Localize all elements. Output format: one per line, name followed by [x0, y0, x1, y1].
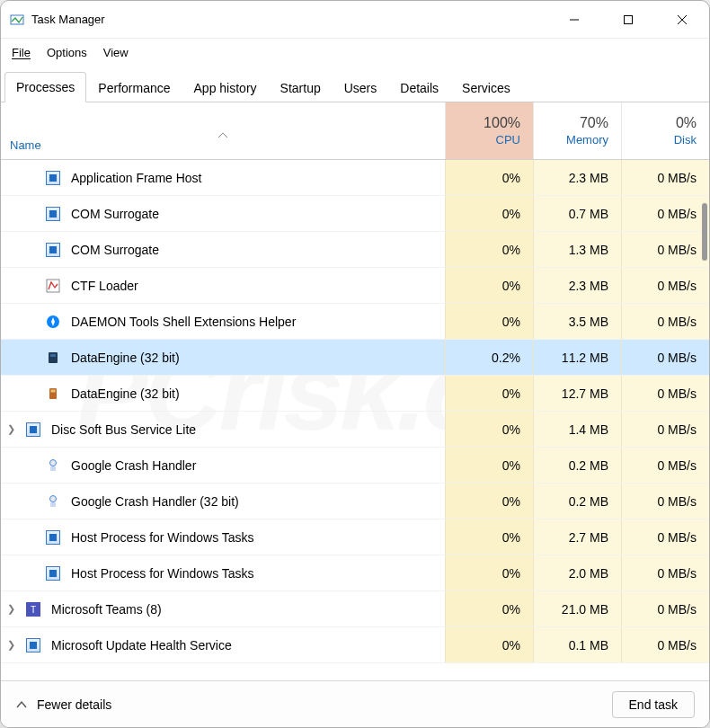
process-name: DataEngine (32 bit) — [71, 351, 180, 365]
header-disk-pct: 0% — [676, 115, 697, 131]
tab-users[interactable]: Users — [333, 73, 389, 102]
fewer-details-label: Fewer details — [37, 697, 111, 712]
process-name-cell: CTF Loader — [21, 277, 445, 295]
memory-cell: 21.0 MB — [533, 591, 621, 626]
process-name-cell: Disc Soft Bus Service Lite — [21, 421, 445, 439]
close-button[interactable] — [655, 1, 709, 39]
end-task-button[interactable]: End task — [612, 691, 695, 718]
process-name-cell: Application Frame Host — [21, 169, 445, 187]
menu-options[interactable]: Options — [47, 46, 87, 59]
tab-app-history[interactable]: App history — [182, 73, 269, 102]
app-icon — [10, 13, 24, 27]
disk-cell: 0 MB/s — [621, 448, 709, 483]
process-row[interactable]: Google Crash Handler (32 bit)0%0.2 MB0 M… — [1, 484, 709, 519]
disk-cell: 0 MB/s — [621, 196, 709, 231]
menu-file[interactable]: File — [12, 46, 31, 59]
chevron-up-icon — [15, 698, 28, 711]
process-row[interactable]: DataEngine (32 bit)0.2%11.2 MB0 MB/s — [1, 340, 709, 376]
process-name-cell: COM Surrogate — [21, 241, 445, 259]
process-name: Google Crash Handler (32 bit) — [71, 494, 239, 509]
scrollbar-thumb[interactable] — [702, 203, 707, 261]
process-icon — [46, 566, 60, 581]
tab-details[interactable]: Details — [388, 73, 450, 102]
process-name: DataEngine (32 bit) — [71, 386, 180, 401]
cpu-cell: 0% — [445, 196, 533, 231]
cpu-cell: 0% — [445, 376, 533, 411]
disk-cell: 0 MB/s — [621, 412, 709, 447]
process-row[interactable]: DAEMON Tools Shell Extensions Helper0%3.… — [1, 304, 709, 340]
memory-cell: 0.7 MB — [533, 196, 621, 231]
tab-startup[interactable]: Startup — [269, 73, 333, 102]
maximize-button[interactable] — [601, 1, 655, 39]
process-name: DAEMON Tools Shell Extensions Helper — [71, 315, 296, 329]
header-cpu[interactable]: 100% CPU — [445, 102, 533, 159]
tab-processes[interactable]: Processes — [4, 72, 86, 102]
disk-cell: 0 MB/s — [621, 160, 709, 195]
process-row[interactable]: Application Frame Host0%2.3 MB0 MB/s — [1, 160, 709, 196]
fewer-details-toggle[interactable]: Fewer details — [15, 697, 111, 712]
tab-services[interactable]: Services — [450, 73, 522, 102]
process-row[interactable]: Google Crash Handler0%0.2 MB0 MB/s — [1, 448, 709, 484]
dataengine-icon — [46, 386, 60, 401]
process-row[interactable]: DataEngine (32 bit)0%12.7 MB0 MB/s — [1, 376, 709, 412]
header-memory[interactable]: 70% Memory — [533, 102, 621, 159]
ctf-icon — [46, 279, 60, 293]
process-row[interactable]: Host Process for Windows Tasks0%2.7 MB0 … — [1, 519, 709, 555]
teams-icon: T — [26, 602, 40, 617]
disk-cell: 0 MB/s — [621, 555, 709, 590]
disk-cell: 0 MB/s — [621, 627, 709, 662]
cpu-cell: 0% — [445, 160, 533, 195]
header-name[interactable]: Name — [1, 102, 445, 159]
disk-cell: 0 MB/s — [621, 268, 709, 303]
header-mem-pct: 70% — [580, 115, 608, 131]
window-controls — [547, 1, 709, 39]
cpu-cell: 0% — [445, 519, 533, 555]
sort-indicator-icon — [10, 120, 436, 138]
process-name: Application Frame Host — [71, 171, 202, 185]
memory-cell: 11.2 MB — [533, 340, 621, 375]
tab-performance[interactable]: Performance — [86, 73, 182, 102]
google-icon — [46, 458, 60, 473]
process-row[interactable]: CTF Loader0%2.3 MB0 MB/s — [1, 268, 709, 304]
process-list[interactable]: Application Frame Host0%2.3 MB0 MB/sCOM … — [1, 160, 709, 680]
process-name-cell: TMicrosoft Teams (8) — [21, 600, 445, 618]
svg-rect-2 — [625, 15, 633, 23]
process-name: CTF Loader — [71, 279, 138, 293]
process-name-cell: Google Crash Handler (32 bit) — [21, 493, 445, 510]
process-name-cell: DataEngine (32 bit) — [21, 349, 445, 367]
process-name-cell: Google Crash Handler — [21, 457, 445, 475]
memory-cell: 3.5 MB — [533, 304, 621, 339]
process-icon — [46, 530, 60, 545]
memory-cell: 1.4 MB — [533, 412, 621, 447]
expand-caret-icon[interactable]: ❯ — [1, 639, 21, 651]
process-row[interactable]: ❯Disc Soft Bus Service Lite0%1.4 MB0 MB/… — [1, 412, 709, 448]
process-row[interactable]: ❯Microsoft Update Health Service0%0.1 MB… — [1, 627, 709, 663]
svg-rect-10 — [51, 389, 56, 392]
menu-view[interactable]: View — [103, 46, 129, 59]
process-row[interactable]: Host Process for Windows Tasks0%2.0 MB0 … — [1, 555, 709, 591]
process-name: Microsoft Teams (8) — [51, 602, 162, 617]
header-disk[interactable]: 0% Disk — [621, 102, 709, 159]
memory-cell: 2.7 MB — [533, 519, 621, 555]
cpu-cell: 0% — [445, 412, 533, 447]
process-name: Disc Soft Bus Service Lite — [51, 422, 196, 437]
process-name: Google Crash Handler — [71, 458, 196, 473]
header-name-label: Name — [10, 138, 436, 152]
process-name-cell: DAEMON Tools Shell Extensions Helper — [21, 313, 445, 331]
expand-caret-icon[interactable]: ❯ — [1, 423, 21, 435]
process-icon — [46, 243, 60, 257]
minimize-button[interactable] — [547, 1, 601, 39]
process-name-cell: COM Surrogate — [21, 205, 445, 223]
disk-cell: 0 MB/s — [621, 591, 709, 626]
process-row[interactable]: ❯TMicrosoft Teams (8)0%21.0 MB0 MB/s — [1, 591, 709, 627]
task-manager-window: Task Manager File Options View Processes… — [0, 0, 710, 728]
process-name-cell: Host Process for Windows Tasks — [21, 564, 445, 582]
process-row[interactable]: COM Surrogate0%0.7 MB0 MB/s — [1, 196, 709, 232]
window-title: Task Manager — [31, 13, 105, 26]
expand-caret-icon[interactable]: ❯ — [1, 603, 21, 615]
memory-cell: 2.0 MB — [533, 555, 621, 590]
cpu-cell: 0% — [445, 484, 533, 519]
svg-rect-7 — [49, 352, 58, 363]
process-row[interactable]: COM Surrogate0%1.3 MB0 MB/s — [1, 232, 709, 268]
disk-cell: 0 MB/s — [621, 376, 709, 411]
